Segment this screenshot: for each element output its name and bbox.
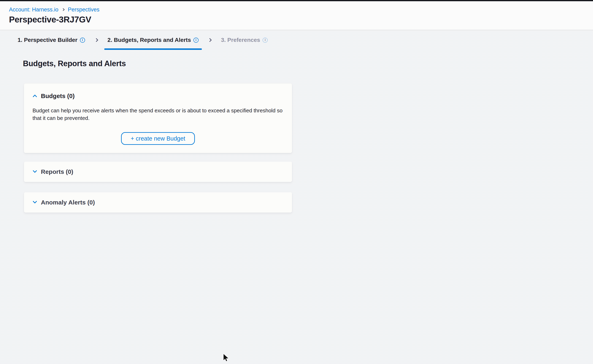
step-label: 1. Perspective Builder [18, 37, 78, 43]
reports-panel-title: Reports (0) [41, 168, 73, 175]
wizard-step-budgets-reports-alerts[interactable]: 2. Budgets, Reports and Alerts [107, 30, 199, 50]
budgets-panel: Budgets (0) Budget can help you receive … [24, 84, 292, 153]
section-heading: Budgets, Reports and Alerts [23, 59, 593, 68]
chevron-down-icon [33, 199, 37, 203]
chevron-right-icon [94, 38, 98, 42]
breadcrumb: Account: Harness.io Perspectives [9, 6, 584, 13]
wizard-step-preferences[interactable]: 3. Preferences [221, 30, 268, 50]
chevron-up-icon [33, 94, 37, 99]
anomaly-alerts-panel-toggle[interactable]: Anomaly Alerts (0) [24, 192, 292, 213]
info-icon[interactable] [193, 38, 199, 43]
wizard-step-bar: 1. Perspective Builder 2. Budgets, Repor… [0, 30, 593, 50]
step-label: 2. Budgets, Reports and Alerts [107, 37, 191, 43]
page-title: Perspective-3RJ7GV [9, 14, 584, 25]
panel-list: Budgets (0) Budget can help you receive … [24, 84, 292, 213]
chevron-down-icon [33, 169, 37, 173]
step-label: 3. Preferences [221, 37, 260, 43]
create-new-budget-button[interactable]: + create new Budget [121, 132, 195, 145]
page-header: Account: Harness.io Perspectives Perspec… [0, 1, 593, 30]
wizard-step-perspective-builder[interactable]: 1. Perspective Builder [18, 30, 85, 50]
mouse-cursor-icon [222, 353, 230, 363]
budgets-panel-toggle[interactable]: Budgets (0) [33, 92, 283, 99]
breadcrumb-account-link[interactable]: Account: Harness.io [9, 6, 59, 13]
budgets-button-row: + create new Budget [33, 132, 283, 145]
main-content: Budgets, Reports and Alerts Budgets (0) … [0, 50, 593, 213]
anomaly-alerts-panel-title: Anomaly Alerts (0) [41, 199, 95, 206]
budgets-description: Budget can help you receive alerts when … [33, 107, 283, 122]
info-icon[interactable] [263, 38, 268, 43]
info-icon[interactable] [80, 38, 85, 43]
chevron-right-icon [62, 8, 65, 11]
breadcrumb-perspectives-link[interactable]: Perspectives [68, 6, 100, 13]
budgets-panel-title: Budgets (0) [41, 92, 75, 99]
chevron-right-icon [208, 38, 212, 42]
reports-panel-toggle[interactable]: Reports (0) [24, 162, 292, 182]
